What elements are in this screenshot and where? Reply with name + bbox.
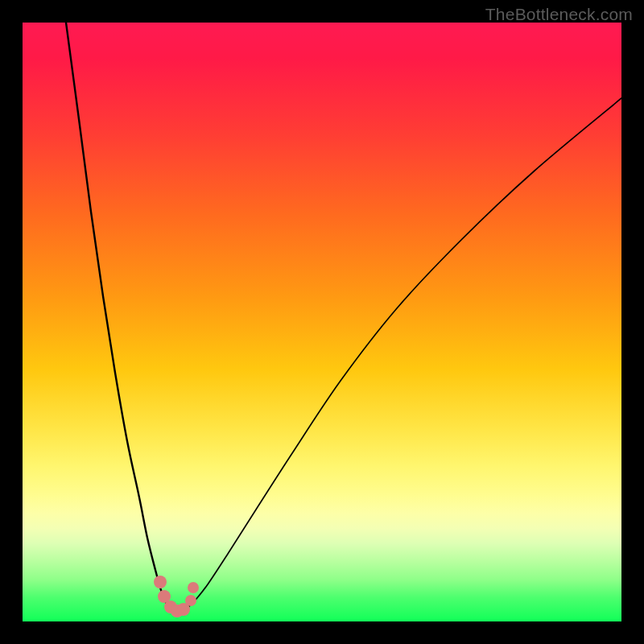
plot-area xyxy=(23,23,621,621)
curve-layer xyxy=(23,23,621,621)
watermark-text: TheBottleneck.com xyxy=(485,5,633,24)
right-branch-path xyxy=(188,98,621,608)
marker-layer xyxy=(154,576,199,617)
marker-left-cluster-top xyxy=(154,576,167,588)
marker-right-cluster-upper xyxy=(188,582,199,593)
left-branch-path xyxy=(66,23,169,608)
bottleneck-curve xyxy=(66,23,621,612)
marker-right-cluster-lower xyxy=(185,595,196,606)
chart-frame: TheBottleneck.com xyxy=(0,0,644,644)
